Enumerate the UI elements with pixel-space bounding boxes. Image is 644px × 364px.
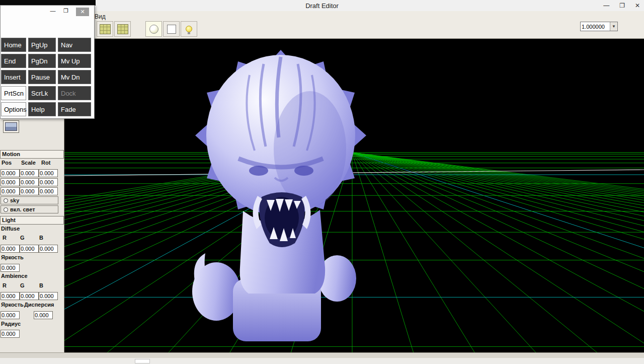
- grid-line: [352, 153, 564, 352]
- diffuse-r-input[interactable]: [1, 245, 20, 253]
- texture-button[interactable]: [3, 120, 19, 133]
- scale-column-label: Scale: [21, 160, 36, 166]
- app-titlebar: Draft Editor — ❐ ✕: [0, 0, 644, 11]
- scene-light-toggle[interactable]: вкл. свет: [1, 205, 58, 213]
- diffuse-g-label: G: [20, 235, 25, 241]
- toolbar-grid-group: [97, 21, 131, 37]
- key-dock: Dock: [58, 86, 91, 100]
- image-icon: [5, 122, 17, 131]
- maximize-button[interactable]: ❐: [619, 0, 625, 11]
- key-end[interactable]: End: [1, 54, 26, 68]
- zoom-dropdown-arrow-icon[interactable]: ▼: [610, 22, 617, 31]
- toolbar-render-group: [145, 21, 197, 37]
- material-button[interactable]: [163, 21, 180, 37]
- pos-x-input[interactable]: [1, 169, 20, 177]
- radius-label: Радиус: [1, 321, 21, 327]
- key-help[interactable]: Help: [28, 102, 56, 116]
- grid-line: [352, 153, 644, 352]
- grid-layer: [64, 153, 644, 352]
- rot-column-label: Rot: [41, 160, 50, 166]
- osk-minimize-button[interactable]: —: [48, 8, 58, 14]
- key-nav[interactable]: Nav: [58, 38, 91, 52]
- onscreen-keyboard: — ❐ ✕ Home PgUp Nav End PgDn Mv Up Inser…: [0, 5, 95, 119]
- zoom-combo[interactable]: ▼: [580, 22, 618, 31]
- key-pgdn[interactable]: PgDn: [28, 54, 56, 68]
- sky-label: sky: [10, 197, 19, 203]
- key-fade[interactable]: Fade: [58, 102, 91, 116]
- light-button[interactable]: [181, 21, 197, 37]
- model-left-eye: [249, 166, 268, 176]
- osk-maximize-button[interactable]: ❐: [61, 8, 71, 14]
- grid-split-icon: [117, 24, 128, 34]
- viewport-canvas[interactable]: [64, 39, 644, 352]
- model-right-eye: [294, 166, 313, 176]
- dispersion-input[interactable]: [34, 311, 53, 319]
- grid-line: [352, 153, 423, 352]
- model-head-shadow: [274, 91, 346, 207]
- ambience-brightness-input[interactable]: [1, 311, 20, 319]
- sphere-icon: [149, 25, 158, 34]
- ambience-g-input[interactable]: [20, 292, 39, 300]
- pos-z-input[interactable]: [1, 187, 20, 195]
- key-scrlk[interactable]: ScrLk: [28, 86, 56, 100]
- radius-input[interactable]: [1, 330, 20, 338]
- key-pause[interactable]: Pause: [28, 70, 56, 84]
- sky-toggle[interactable]: sky: [1, 196, 58, 204]
- key-pgup[interactable]: PgUp: [28, 38, 56, 52]
- ambience-g-label: G: [20, 282, 25, 288]
- diffuse-brightness-input[interactable]: [1, 264, 20, 272]
- osk-titlebar[interactable]: — ❐ ✕: [1, 6, 94, 18]
- minimize-button[interactable]: —: [603, 0, 609, 11]
- diffuse-g-input[interactable]: [20, 245, 39, 253]
- key-prtscn[interactable]: PrtScn: [1, 86, 26, 100]
- viewport-3d[interactable]: [64, 39, 644, 352]
- key-mvup[interactable]: Mv Up: [58, 54, 91, 68]
- radio-icon: [4, 207, 8, 212]
- rot-x-input[interactable]: [39, 169, 58, 177]
- key-home[interactable]: Home: [1, 38, 26, 52]
- radio-icon: [4, 198, 8, 203]
- ambience-r-input[interactable]: [1, 292, 20, 300]
- window-controls: — ❐ ✕: [603, 0, 640, 11]
- light-group-header: Light: [0, 216, 64, 225]
- close-button[interactable]: ✕: [635, 0, 640, 11]
- light-bulb-icon: [186, 26, 192, 32]
- ambience-b-label: B: [39, 282, 43, 288]
- rot-y-input[interactable]: [39, 178, 58, 186]
- key-insert[interactable]: Insert: [1, 70, 26, 84]
- toolbar-area: Вид ▼: [0, 11, 644, 39]
- taskbar-button[interactable]: [135, 359, 150, 363]
- key-mvdn[interactable]: Mv Dn: [58, 70, 91, 84]
- grid-view-button[interactable]: [97, 21, 113, 37]
- sphere-button[interactable]: [145, 21, 162, 37]
- diffuse-b-input[interactable]: [39, 245, 58, 253]
- grid-view-icon: [100, 24, 111, 34]
- brightness-label: Яркость: [1, 254, 24, 260]
- menu-view[interactable]: Вид: [95, 13, 106, 20]
- grid-split-button[interactable]: [114, 21, 131, 37]
- pos-column-label: Pos: [2, 160, 12, 166]
- diffuse-r-label: R: [3, 235, 7, 241]
- osk-keys: Home PgUp Nav End PgDn Mv Up Insert Paus…: [1, 38, 91, 116]
- scale-x-input[interactable]: [20, 169, 39, 177]
- material-square-icon: [167, 25, 176, 34]
- zoom-input[interactable]: [581, 22, 610, 31]
- dispersion-label: Дисперсия: [24, 302, 54, 308]
- diffuse-b-label: B: [39, 235, 43, 241]
- motion-group-header: Motion: [0, 150, 64, 159]
- status-bar: [0, 352, 644, 358]
- scene-light-label: вкл. свет: [10, 206, 35, 212]
- scale-y-input[interactable]: [20, 178, 39, 186]
- taskbar: [0, 358, 644, 364]
- ambience-label: Ambience: [1, 273, 28, 279]
- rot-z-input[interactable]: [39, 187, 58, 195]
- key-options[interactable]: Options: [1, 102, 26, 116]
- brightness2-label: Яркость: [1, 302, 24, 308]
- pos-y-input[interactable]: [1, 178, 20, 186]
- diffuse-label: Diffuse: [1, 226, 20, 232]
- osk-close-button[interactable]: ✕: [76, 8, 89, 16]
- ambience-r-label: R: [3, 282, 7, 288]
- scale-z-input[interactable]: [20, 187, 39, 195]
- ambience-b-input[interactable]: [39, 292, 58, 300]
- window-title: Draft Editor: [305, 2, 339, 10]
